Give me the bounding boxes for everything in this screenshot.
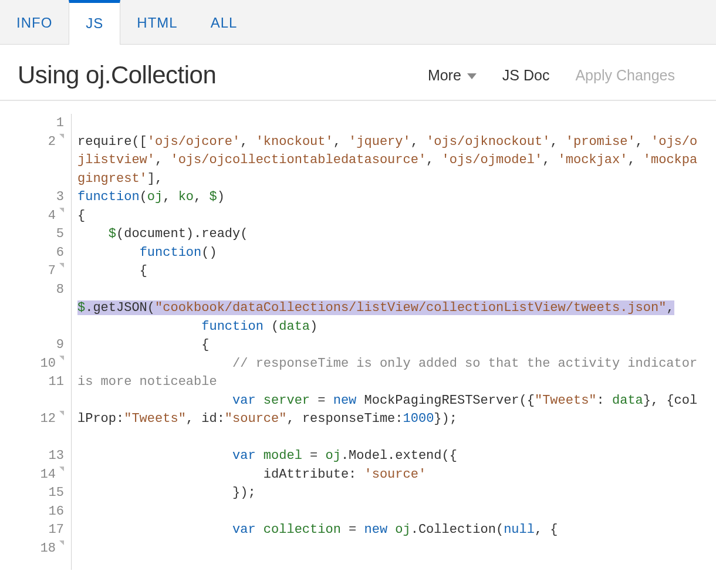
code-line [77, 428, 698, 447]
fold-icon[interactable] [59, 411, 64, 415]
code-line: }); [77, 484, 698, 502]
line-number: 2 [18, 133, 64, 188]
line-number: 17 [18, 521, 64, 539]
code-line: function (data) [77, 317, 698, 336]
header-actions: More JS Doc Apply Changes [428, 67, 698, 84]
chevron-down-icon [467, 73, 477, 79]
tabs-bar: INFO JS HTML ALL [0, 0, 716, 45]
line-gutter: 123456789101112131415161718 [18, 114, 72, 570]
line-number: 16 [18, 502, 64, 521]
code-line [77, 502, 698, 521]
fold-icon[interactable] [59, 467, 64, 471]
code-line: var server = new MockPagingRESTServer({"… [77, 391, 698, 428]
line-number: 10 [18, 354, 64, 373]
line-number: 15 [18, 484, 64, 502]
apply-changes-button[interactable]: Apply Changes [575, 67, 675, 84]
fold-icon[interactable] [59, 208, 64, 212]
code-line: var collection = new oj.Collection(null,… [77, 521, 698, 539]
line-number: 13 [18, 447, 64, 465]
code-editor[interactable]: 123456789101112131415161718 require(['oj… [18, 114, 698, 570]
line-number: 11 [18, 373, 64, 410]
more-label: More [428, 67, 461, 84]
line-number: 5 [18, 225, 64, 244]
line-number: 12 [18, 410, 64, 447]
code-line: function() [77, 244, 698, 262]
tab-all[interactable]: ALL [194, 0, 254, 44]
code-line: // responseTime is only added so that th… [77, 354, 698, 391]
code-line [77, 114, 698, 133]
code-line: var model = oj.Model.extend({ [77, 447, 698, 465]
line-number: 18 [18, 539, 64, 558]
code-area[interactable]: require(['ojs/ojcore', 'knockout', 'jque… [72, 114, 698, 570]
page-title: Using oj.Collection [18, 61, 216, 89]
line-number: 6 [18, 244, 64, 262]
code-line: idAttribute: 'source' [77, 465, 698, 484]
code-line: { [77, 336, 698, 354]
header-row: Using oj.Collection More JS Doc Apply Ch… [0, 45, 716, 101]
code-line: { [77, 207, 698, 225]
code-line: $.getJSON("cookbook/dataCollections/list… [77, 281, 698, 317]
line-number: 4 [18, 207, 64, 225]
line-number: 7 [18, 262, 64, 281]
fold-icon[interactable] [59, 540, 64, 545]
fold-icon[interactable] [59, 356, 64, 360]
tab-html[interactable]: HTML [120, 0, 194, 44]
code-line: function(oj, ko, $) [77, 188, 698, 207]
code-line: { [77, 262, 698, 281]
line-number: 3 [18, 188, 64, 207]
jsdoc-link[interactable]: JS Doc [502, 67, 550, 84]
fold-icon[interactable] [59, 263, 64, 268]
code-line: require(['ojs/ojcore', 'knockout', 'jque… [77, 133, 698, 188]
code-line: $(document).ready( [77, 225, 698, 244]
line-number: 8 [18, 281, 64, 336]
fold-icon[interactable] [59, 134, 64, 138]
line-number: 1 [18, 114, 64, 133]
tab-js[interactable]: JS [69, 0, 120, 45]
line-number: 14 [18, 465, 64, 484]
more-dropdown[interactable]: More [428, 67, 477, 84]
tab-info[interactable]: INFO [0, 0, 69, 44]
line-number: 9 [18, 336, 64, 354]
